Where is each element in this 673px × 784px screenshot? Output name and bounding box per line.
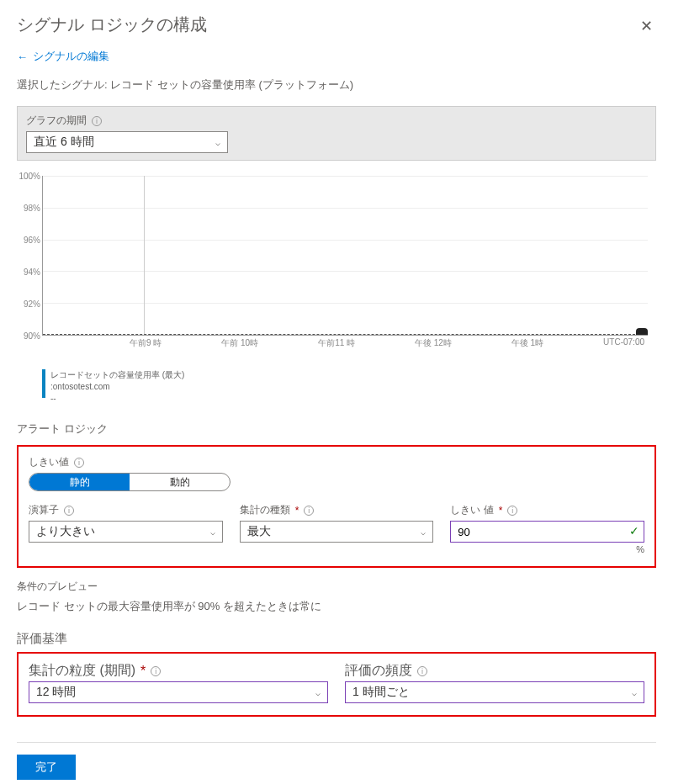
done-button[interactable]: 完了 <box>17 755 76 780</box>
x-tick: 午前11 時 <box>318 337 355 349</box>
x-tick: 午後 1時 <box>511 337 543 349</box>
data-marker <box>636 328 648 335</box>
aggregation-label: 集計の種類 <box>240 503 290 517</box>
operator-label: 演算子 <box>29 503 59 517</box>
evaluation-heading: 評価基準 <box>17 631 656 647</box>
aggregation-value: 最大 <box>247 524 271 539</box>
threshold-unit: % <box>450 544 644 554</box>
y-tick: 94% <box>24 268 40 277</box>
metric-chart: 100% 98% 96% 94% 92% 90% 午前9 時 午前 10時 午前… <box>42 176 648 361</box>
frequency-label: 評価の頻度 <box>345 662 412 680</box>
page-title: シグナル ロジックの構成 <box>17 13 207 36</box>
granularity-value: 12 時間 <box>36 685 76 700</box>
chart-legend: レコードセットの容量使用率 (最大) :ontosotest.com -- <box>42 369 648 405</box>
graph-period-dropdown[interactable]: 直近 6 時間 ⌵ <box>26 131 228 153</box>
graph-period-section: グラフの期間 i 直近 6 時間 ⌵ <box>17 106 656 161</box>
info-icon[interactable]: i <box>92 116 102 126</box>
alert-logic-heading: アラート ロジック <box>17 421 656 437</box>
info-icon[interactable]: i <box>507 506 517 516</box>
required-asterisk: * <box>140 664 146 679</box>
legend-series-name: レコードセットの容量使用率 (最大) <box>50 369 184 381</box>
x-tick: 午前 10時 <box>221 337 258 349</box>
graph-period-value: 直近 6 時間 <box>34 135 94 150</box>
toggle-static[interactable]: 静的 <box>29 474 130 490</box>
y-tick: 92% <box>24 299 40 309</box>
y-tick: 100% <box>19 172 40 181</box>
info-icon[interactable]: i <box>417 666 427 676</box>
selected-signal-text: 選択したシグナル: レコード セットの容量使用率 (プラットフォーム) <box>17 77 656 93</box>
chevron-down-icon: ⌵ <box>632 688 637 697</box>
frequency-dropdown[interactable]: 1 時間ごと ⌵ <box>345 681 644 703</box>
close-icon[interactable]: ✕ <box>637 13 656 39</box>
required-asterisk: * <box>295 505 299 516</box>
y-tick: 98% <box>24 204 40 213</box>
chevron-down-icon: ⌵ <box>210 527 215 537</box>
chevron-down-icon: ⌵ <box>315 688 321 697</box>
legend-color-bar <box>42 369 45 398</box>
operator-dropdown[interactable]: より大きい ⌵ <box>29 521 223 543</box>
x-tick: 午前9 時 <box>130 337 162 349</box>
chevron-down-icon: ⌵ <box>421 527 426 537</box>
evaluation-box: 集計の粒度 (期間) * i 12 時間 ⌵ 評価の頻度 i 1 時間ごと ⌵ <box>17 652 656 717</box>
x-tick: 午後 12時 <box>415 337 452 349</box>
arrow-left-icon: ← <box>17 50 28 63</box>
legend-value: -- <box>50 393 184 405</box>
aggregation-dropdown[interactable]: 最大 ⌵ <box>240 521 434 543</box>
y-tick: 90% <box>24 331 40 341</box>
condition-preview-text: レコード セットの最大容量使用率が 90% を超えたときは常に <box>17 599 656 614</box>
frequency-value: 1 時間ごと <box>352 685 410 700</box>
threshold-line <box>43 334 648 335</box>
required-asterisk: * <box>499 505 503 516</box>
info-icon[interactable]: i <box>151 666 161 676</box>
check-icon: ✓ <box>629 524 639 538</box>
x-tick: UTC-07:00 <box>603 337 644 349</box>
chevron-down-icon: ⌵ <box>215 138 220 147</box>
threshold-type-toggle[interactable]: 静的 動的 <box>29 473 231 491</box>
toggle-dynamic[interactable]: 動的 <box>130 474 230 490</box>
info-icon[interactable]: i <box>304 506 314 516</box>
legend-resource: :ontosotest.com <box>50 381 184 393</box>
back-link[interactable]: ← シグナルの編集 <box>17 49 656 64</box>
condition-preview-label: 条件のプレビュー <box>17 580 656 594</box>
granularity-dropdown[interactable]: 12 時間 ⌵ <box>29 681 328 703</box>
threshold-value-input[interactable] <box>450 521 644 543</box>
alert-logic-box: しきい値 i 静的 動的 演算子 i より大きい ⌵ 集計の種類 * <box>17 445 656 568</box>
y-tick: 96% <box>24 236 40 245</box>
threshold-label: しきい値 <box>29 455 69 469</box>
info-icon[interactable]: i <box>74 458 84 468</box>
threshold-value-label: しきい 値 <box>450 503 493 517</box>
back-link-label: シグナルの編集 <box>33 49 109 64</box>
graph-period-label: グラフの期間 <box>26 114 87 128</box>
info-icon[interactable]: i <box>64 506 74 516</box>
operator-value: より大きい <box>36 524 95 539</box>
granularity-label: 集計の粒度 (期間) <box>29 662 135 680</box>
